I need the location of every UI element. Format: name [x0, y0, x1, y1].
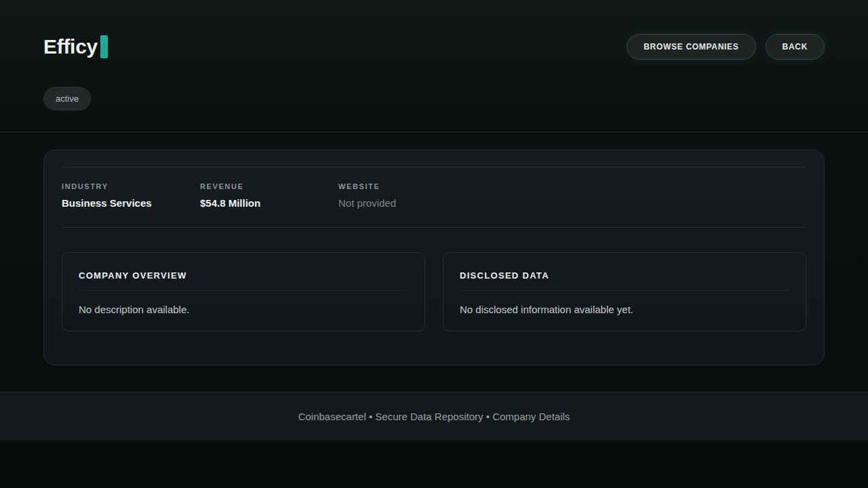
company-info-row: INDUSTRY Business Services REVENUE $54.8… [62, 167, 806, 209]
section-title: DISCLOSED DATA [460, 270, 789, 281]
footer-text: Coinbasecartel • Secure Data Repository … [298, 411, 570, 422]
card-mid-divider [62, 227, 806, 228]
company-details-card: INDUSTRY Business Services REVENUE $54.8… [43, 150, 825, 365]
info-field-value: Not provided [338, 197, 806, 209]
footer: Coinbasecartel • Secure Data Repository … [0, 392, 868, 441]
info-field-value: $54.8 Million [200, 197, 338, 209]
info-field-website: WEBSITE Not provided [338, 182, 806, 209]
info-field-label: INDUSTRY [62, 182, 200, 190]
disclosed-data-section: DISCLOSED DATA No disclosed information … [443, 252, 806, 331]
section-body: No description available. [79, 304, 408, 315]
badge-row: active [43, 87, 825, 110]
header-actions: BROWSE COMPANIES BACK [627, 34, 825, 60]
main-content: INDUSTRY Business Services REVENUE $54.8… [0, 132, 868, 392]
header-top-row: Efficy BROWSE COMPANIES BACK [43, 0, 825, 60]
back-button[interactable]: BACK [766, 34, 825, 60]
info-field-industry: INDUSTRY Business Services [62, 182, 200, 209]
info-field-label: REVENUE [200, 182, 338, 190]
section-divider [460, 290, 789, 291]
info-field-value: Business Services [62, 197, 200, 209]
section-title: COMPANY OVERVIEW [79, 270, 408, 281]
bottom-strip [0, 441, 868, 488]
browse-companies-button[interactable]: BROWSE COMPANIES [627, 34, 755, 60]
status-badge: active [43, 87, 91, 110]
brand-name: Efficy [43, 35, 98, 58]
info-field-revenue: REVENUE $54.8 Million [200, 182, 338, 209]
company-overview-section: COMPANY OVERVIEW No description availabl… [62, 252, 425, 331]
brand-cursor-block-icon [100, 35, 108, 58]
section-body: No disclosed information available yet. [460, 304, 789, 315]
brand-logo: Efficy [43, 35, 108, 58]
header: Efficy BROWSE COMPANIES BACK active [0, 0, 868, 132]
sections-row: COMPANY OVERVIEW No description availabl… [62, 252, 806, 331]
page: Efficy BROWSE COMPANIES BACK active INDU… [0, 0, 868, 488]
section-divider [79, 290, 408, 291]
info-field-label: WEBSITE [338, 182, 806, 190]
